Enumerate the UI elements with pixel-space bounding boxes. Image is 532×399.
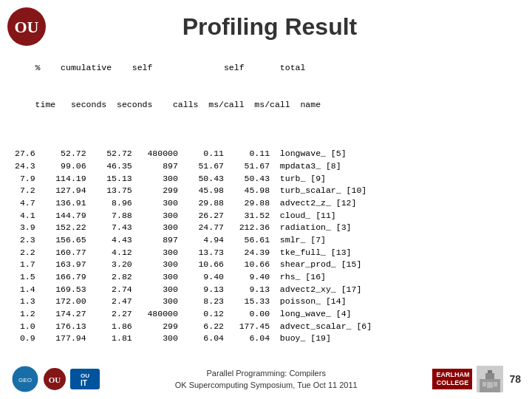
table-row: 3.9 152.22 7.43 300 24.77 212.36 radiati… xyxy=(15,222,517,234)
geoscience-logo: GEO xyxy=(11,365,39,393)
table-row: 1.5 166.79 2.82 300 9.40 9.40 rhs_ [16] xyxy=(15,271,517,284)
page-number: 78 xyxy=(509,373,521,385)
footer-text: Parallel Programming: Compilers OK Super… xyxy=(100,367,432,392)
table-row: 7.9 114.19 15.13 300 50.43 50.43 turb_ [… xyxy=(15,173,517,185)
footer-logos: GEO OU OU IT xyxy=(11,365,100,393)
svg-rect-11 xyxy=(494,382,497,386)
table-row: 1.7 163.97 3.20 300 10.66 10.66 shear_pr… xyxy=(15,259,517,271)
earlham-logo: EARLHAM COLLEGE xyxy=(432,366,503,392)
it-logo: OU IT xyxy=(70,369,100,389)
ou-footer-logo: OU xyxy=(44,368,66,390)
table-row: 1.4 169.53 2.74 300 9.13 9.13 advect2_xy… xyxy=(15,284,517,296)
table-row: 4.1 144.79 7.88 300 26.27 31.52 cloud_ [… xyxy=(15,210,517,222)
svg-rect-12 xyxy=(487,382,493,388)
earlham-building-icon xyxy=(477,366,503,392)
table-row: 2.3 156.65 4.43 897 4.94 56.61 smlr_ [7] xyxy=(15,234,517,247)
profiling-table: % cumulative self self total time second… xyxy=(15,50,517,369)
earlham-box: EARLHAM COLLEGE xyxy=(432,369,472,389)
svg-text:OU: OU xyxy=(15,18,39,36)
table-row: 1.3 172.00 2.47 300 8.23 15.33 poisson_ … xyxy=(15,296,517,308)
ou-logo: OU xyxy=(7,7,46,46)
table-rows: 27.6 52.72 52.72 480000 0.11 0.11 longwa… xyxy=(15,148,517,345)
table-row: 24.3 99.06 46.35 897 51.67 51.67 mpdata3… xyxy=(15,160,517,173)
table-row: 27.6 52.72 52.72 480000 0.11 0.11 longwa… xyxy=(15,148,517,160)
svg-rect-9 xyxy=(488,370,492,373)
svg-rect-8 xyxy=(485,373,494,379)
table-row: 2.2 160.77 4.12 300 13.73 24.39 tke_full… xyxy=(15,247,517,259)
table-header-row2: time seconds seconds calls ms/call ms/ca… xyxy=(35,100,321,109)
svg-text:OU: OU xyxy=(49,375,61,384)
svg-rect-10 xyxy=(482,382,486,386)
table-row: 4.7 136.91 8.96 300 29.88 29.88 advect2_… xyxy=(15,197,517,210)
table-header-row1: % cumulative self self total xyxy=(35,63,306,72)
table-row: 1.2 174.27 2.27 480000 0.12 0.00 long_wa… xyxy=(15,308,517,321)
table-row: 7.2 127.94 13.75 299 45.98 45.98 turb_sc… xyxy=(15,185,517,197)
footer-line2: OK Supercomputing Symposium, Tue Oct 11 … xyxy=(100,379,432,392)
page-title: Profiling Result xyxy=(61,13,479,41)
table-row: 1.0 176.13 1.86 299 6.22 177.45 advect_s… xyxy=(15,321,517,333)
footer-line1: Parallel Programming: Compilers xyxy=(100,367,432,380)
svg-text:GEO: GEO xyxy=(18,377,32,383)
table-row: 0.9 177.94 1.81 300 6.04 6.04 buoy_ [19] xyxy=(15,332,517,345)
